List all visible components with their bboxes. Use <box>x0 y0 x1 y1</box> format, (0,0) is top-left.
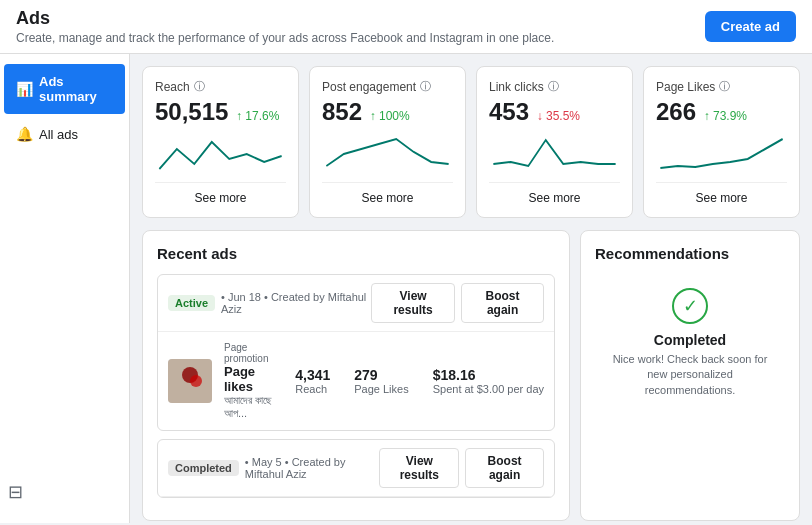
metric-value-row-3: 266 ↑ 73.9% <box>656 98 787 126</box>
completed-check-icon: ✓ <box>672 288 708 324</box>
metric-value-row-0: 50,515 ↑ 17.6% <box>155 98 286 126</box>
reach-label: Reach <box>295 383 330 395</box>
view-results-button-1[interactable]: View results <box>371 283 455 323</box>
svg-point-2 <box>190 375 202 387</box>
metric-card-2: Link clicks ⓘ 453 ↓ 35.5% See more <box>476 66 633 218</box>
recent-ads-panel: Recent ads Active • Jun 18 • Created by … <box>142 230 570 521</box>
likes-value: 279 <box>354 367 408 383</box>
chart-icon: 📊 <box>16 81 33 97</box>
collapse-icon: ⊟ <box>8 482 23 502</box>
metric-change-1: ↑ 100% <box>370 109 410 123</box>
metric-card-0: Reach ⓘ 50,515 ↑ 17.6% See more <box>142 66 299 218</box>
ad-type-1: Page promotion <box>224 342 283 364</box>
metric-label-0: Reach ⓘ <box>155 79 286 94</box>
ad-entry-1: Active • Jun 18 • Created by Miftahul Az… <box>157 274 555 431</box>
page-subtitle: Create, manage and track the performance… <box>16 31 554 45</box>
likes-label: Page Likes <box>354 383 408 395</box>
info-icon-1: ⓘ <box>420 79 431 94</box>
boost-again-button-1[interactable]: Boost again <box>461 283 544 323</box>
bottom-row: Recent ads Active • Jun 18 • Created by … <box>142 230 800 521</box>
ad-actions-2: View results Boost again <box>379 448 544 488</box>
top-header: Ads Create, manage and track the perform… <box>0 0 812 54</box>
metric-card-1: Post engagement ⓘ 852 ↑ 100% See more <box>309 66 466 218</box>
header-left: Ads Create, manage and track the perform… <box>16 8 554 45</box>
metric-chart-2 <box>489 134 620 174</box>
metric-value-3: 266 <box>656 98 696 125</box>
see-more-2[interactable]: See more <box>489 182 620 205</box>
ad-thumbnail-1 <box>168 359 212 403</box>
metric-value-1: 852 <box>322 98 362 125</box>
sparkline-svg-3 <box>656 134 787 174</box>
view-results-button-2[interactable]: View results <box>379 448 459 488</box>
metric-chart-1 <box>322 134 453 174</box>
sidebar-collapse-button[interactable]: ⊟ <box>8 481 23 503</box>
metric-card-3: Page Likes ⓘ 266 ↑ 73.9% See more <box>643 66 800 218</box>
recommendations-panel: Recommendations ✓ Completed Nice work! C… <box>580 230 800 521</box>
metric-value-row-1: 852 ↑ 100% <box>322 98 453 126</box>
spent-label: Spent at $3.00 per day <box>433 383 544 395</box>
ad-subtitle-1: আমাদের কাছে আপ... <box>224 394 283 420</box>
sidebar-item-ads-summary[interactable]: 📊 Ads summary <box>4 64 125 114</box>
info-icon-3: ⓘ <box>719 79 730 94</box>
see-more-0[interactable]: See more <box>155 182 286 205</box>
completed-section: ✓ Completed Nice work! Check back soon f… <box>595 278 785 408</box>
ad-status-left-1: Active • Jun 18 • Created by Miftahul Az… <box>168 291 371 315</box>
metric-label-2: Link clicks ⓘ <box>489 79 620 94</box>
ad-details-1: Page promotion Page likes আমাদের কাছে আপ… <box>158 332 554 430</box>
metric-change-3: ↑ 73.9% <box>704 109 747 123</box>
completed-desc: Nice work! Check back soon for new perso… <box>605 352 775 398</box>
ad-stats-1: 4,341 Reach 279 Page Likes $18.16 Spent … <box>295 367 544 395</box>
status-badge-completed: Completed <box>168 460 239 476</box>
check-icon: ✓ <box>683 295 698 317</box>
ad-entry-2: Completed • May 5 • Created by Miftahul … <box>157 439 555 498</box>
ad-stat-reach: 4,341 Reach <box>295 367 330 395</box>
ad-info-1: Page promotion Page likes আমাদের কাছে আপ… <box>224 342 283 420</box>
metric-value-0: 50,515 <box>155 98 228 125</box>
sparkline-svg-1 <box>322 134 453 174</box>
page-title: Ads <box>16 8 554 29</box>
metric-change-0: ↑ 17.6% <box>236 109 279 123</box>
metric-label-1: Post engagement ⓘ <box>322 79 453 94</box>
sidebar: 📊 Ads summary 🔔 All ads ⊟ <box>0 54 130 523</box>
info-icon-2: ⓘ <box>548 79 559 94</box>
content-area: Reach ⓘ 50,515 ↑ 17.6% See more Post eng… <box>130 54 812 523</box>
reach-value: 4,341 <box>295 367 330 383</box>
metrics-row: Reach ⓘ 50,515 ↑ 17.6% See more Post eng… <box>142 66 800 218</box>
main-layout: 📊 Ads summary 🔔 All ads ⊟ Reach ⓘ 50,515… <box>0 54 812 523</box>
metric-label-3: Page Likes ⓘ <box>656 79 787 94</box>
sidebar-item-all-ads[interactable]: 🔔 All ads <box>4 116 125 152</box>
spent-value: $18.16 <box>433 367 544 383</box>
ad-status-bar-1: Active • Jun 18 • Created by Miftahul Az… <box>158 275 554 332</box>
metric-chart-0 <box>155 134 286 174</box>
metric-chart-3 <box>656 134 787 174</box>
ad-actions-1: View results Boost again <box>371 283 544 323</box>
ad-status-left-2: Completed • May 5 • Created by Miftahul … <box>168 456 379 480</box>
ad-image-svg <box>168 359 212 403</box>
ad-meta-2: • May 5 • Created by Miftahul Aziz <box>245 456 380 480</box>
metric-change-2: ↓ 35.5% <box>537 109 580 123</box>
sidebar-item-label: Ads summary <box>39 74 113 104</box>
boost-again-button-2[interactable]: Boost again <box>465 448 544 488</box>
create-ad-button[interactable]: Create ad <box>705 11 796 42</box>
ad-stat-likes: 279 Page Likes <box>354 367 408 395</box>
sparkline-svg-0 <box>155 134 286 174</box>
bell-icon: 🔔 <box>16 126 33 142</box>
sparkline-svg-2 <box>489 134 620 174</box>
metric-value-2: 453 <box>489 98 529 125</box>
sidebar-item-label: All ads <box>39 127 78 142</box>
completed-title: Completed <box>605 332 775 348</box>
ad-name-1: Page likes <box>224 364 283 394</box>
status-badge-active: Active <box>168 295 215 311</box>
see-more-3[interactable]: See more <box>656 182 787 205</box>
see-more-1[interactable]: See more <box>322 182 453 205</box>
ad-status-bar-2: Completed • May 5 • Created by Miftahul … <box>158 440 554 497</box>
metric-value-row-2: 453 ↓ 35.5% <box>489 98 620 126</box>
ad-stat-spent: $18.16 Spent at $3.00 per day <box>433 367 544 395</box>
recent-ads-title: Recent ads <box>157 245 555 262</box>
ad-meta-1: • Jun 18 • Created by Miftahul Aziz <box>221 291 371 315</box>
recommendations-title: Recommendations <box>595 245 785 262</box>
info-icon-0: ⓘ <box>194 79 205 94</box>
